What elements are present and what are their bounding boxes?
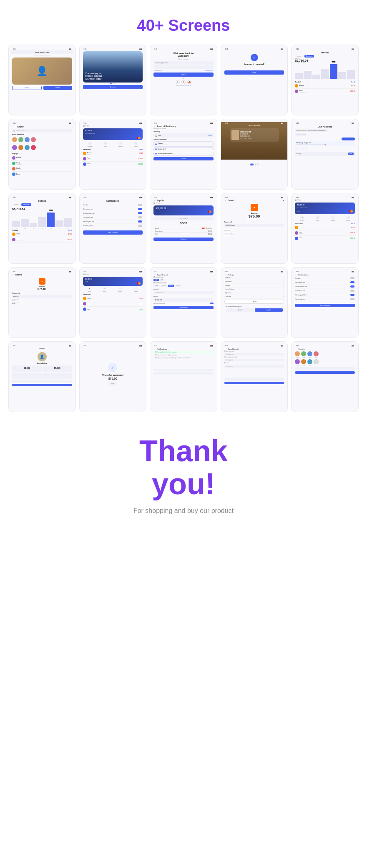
screen-building: 9:41▮▮▮ The best app forfinance, banking… (79, 45, 147, 115)
continue-btn[interactable]: Continue (83, 85, 143, 89)
screen-settings: 9:41▮▮▮ ←Settings Edit Profile› Notifica… (221, 267, 288, 338)
page-title: 40+ Screens (8, 17, 359, 35)
continue-proof-btn[interactable]: Continue (153, 157, 214, 160)
thank-you-section: Thank you! For shopping and buy our prod… (0, 414, 367, 531)
screen-open-deposit-2: 9:41▮▮▮ ←Open Deposit Choose currency Se… (221, 341, 288, 412)
thank-you-title: Thank you! (8, 435, 359, 500)
screen-row-3: 9:41▮▮▮ Statistic Income Expenses Spendi… (0, 191, 367, 265)
submit-btn[interactable]: Submit (43, 86, 72, 90)
screen-row-1: 9:41▮▮▮ Selfie with ID Card Please look … (0, 43, 367, 117)
screen-transfer: 9:41▮▮▮ ← Transfer 🔍 Search by name Rece… (8, 119, 76, 190)
send-btn[interactable]: Send (348, 153, 354, 155)
screen-transfer-success: 9:41▮▮▮ ✓ Transfer success! $75.00 Share (79, 341, 147, 412)
screen-row-4: 9:41▮▮▮ ←Details a Amazon- $75.00 ✓ Comp… (0, 265, 367, 340)
screen-transfer-2: 9:41▮▮▮ ←Transfer Name Name Name Name Na… (291, 341, 359, 412)
confirm-logout-btn[interactable]: Log Out (255, 308, 283, 312)
cancel-logout-btn[interactable]: Cancel (226, 308, 254, 312)
chat-input[interactable] (296, 153, 347, 155)
screen-wallet-2: 9:41▮▮▮ 🏢 Jompay $82,350.00 1234 5678 90… (291, 193, 359, 264)
screen-notifications-1: 9:41▮▮▮ Notifications Fee alert Big expe… (79, 193, 147, 264)
screen-account-created: 9:41▮▮▮ ✓ Account created! Your account … (221, 45, 288, 115)
screen-photo-id: 9:41▮▮▮ Photo ID Card JASMO REZA ID: 123… (221, 119, 288, 190)
screen-profile: 9:41▮▮▮ Profile 👤 Martin Bulsur $3,900 I… (8, 341, 76, 412)
screen-statistic-1: 9:41▮▮▮ Statistic Income Expenses Spendi… (291, 45, 359, 115)
screen-selfie: 9:41▮▮▮ Selfie with ID Card Please look … (8, 45, 76, 115)
screen-row-5: 9:41▮▮▮ Profile 👤 Martin Bulsur $3,900 I… (0, 340, 367, 414)
logout-btn[interactable]: Log Out (224, 300, 284, 304)
retake-btn[interactable]: Retake (12, 86, 42, 90)
screen-details-1: 9:41▮▮▮ ←Details✗ a Amazon $75.00 ✓ Comp… (221, 193, 288, 264)
screen-wallet-3: 9:41▮▮▮ 🏢 Jompay $82,350.00 **** 3456 ⬆S… (79, 267, 147, 338)
screen-chat: 9:41▮▮▮ Chat Assistant Hi Delica 🙂, I'm … (291, 119, 359, 190)
thank-you-subtitle: For shopping and buy our product (8, 507, 359, 515)
header: 40+ Screens (0, 0, 367, 43)
page-wrapper: 40+ Screens 9:41▮▮▮ Selfie with ID Card … (0, 0, 367, 531)
screen-notif-empty: 9:41▮▮▮ ←Notifications The loan applicat… (150, 341, 217, 412)
screen-details-2: 9:41▮▮▮ ←Details a Amazon- $75.00 ✓ Comp… (8, 267, 76, 338)
done-btn[interactable]: Done (224, 70, 284, 75)
screen-proof: 9:41▮▮▮ ←Proof of Residency Prove you li… (150, 119, 217, 190)
screen-wallet-1: 9:41▮▮▮ 🏢 Jompay $82,350.00 1234 5678 90… (79, 119, 147, 190)
screen-statistic-2: 9:41▮▮▮ Statistic Income Expenses Spendi… (8, 193, 76, 264)
screen-row-2: 9:41▮▮▮ ← Transfer 🔍 Search by name Rece… (0, 117, 367, 191)
save-notif-btn[interactable]: Save Changes (295, 304, 355, 307)
continue-topup-btn[interactable]: Continue (153, 238, 214, 241)
signin-btn[interactable]: Sign In (153, 73, 214, 77)
screen-login: 9:41▮▮▮ Welcome back toJazo pay, Sign in… (150, 45, 217, 115)
screen-notifications-2: 9:41▮▮▮ ←Notifications Fee alert Big exp… (291, 267, 359, 338)
screen-topup: 9:41▮▮▮ ←Top Up 🏢 Jompay $82,350.00 ****… (150, 193, 217, 264)
open-deposit-btn[interactable]: Open Deposit (153, 306, 214, 309)
screen-open-deposit: 9:41▮▮▮ ←Open Deposit Choose currency: U… (150, 267, 217, 338)
save-changes-btn[interactable]: Save Changes (83, 230, 143, 235)
